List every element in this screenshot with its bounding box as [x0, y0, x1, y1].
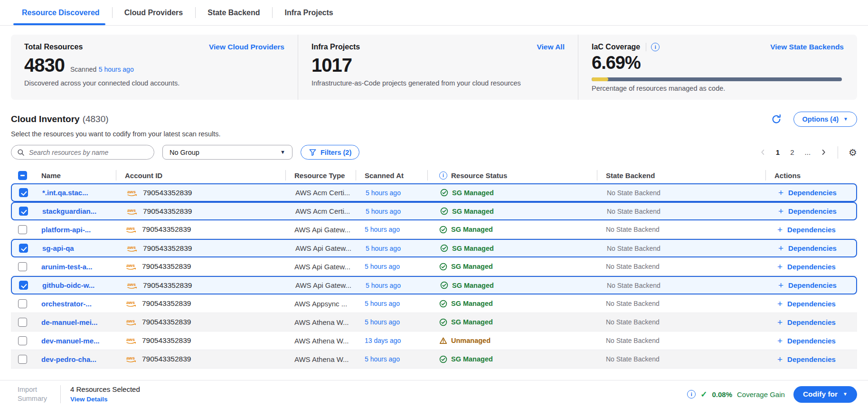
resource-name-link[interactable]: sg-api-qa: [42, 244, 74, 252]
row-checkbox[interactable]: [18, 225, 27, 234]
row-checkbox[interactable]: [18, 355, 27, 364]
infra-projects-desc: Infrastructure-as-Code projects generate…: [311, 79, 565, 87]
state-backend: No State Backend: [598, 282, 767, 289]
column-header-account-id[interactable]: Account ID: [116, 170, 286, 180]
add-dependencies-button[interactable]: + Dependencies: [766, 355, 857, 364]
footer-bar: Import Summary 4 Resources Selected View…: [0, 380, 868, 408]
view-details-link[interactable]: View Details: [70, 396, 108, 403]
table-row[interactable]: arunim-test-a... aws 790543352839 AWS Ap…: [11, 257, 857, 276]
plus-icon: +: [777, 262, 783, 271]
add-dependencies-button[interactable]: + Dependencies: [767, 281, 858, 290]
status-managed-icon: [439, 263, 447, 271]
add-dependencies-button[interactable]: + Dependencies: [766, 336, 857, 345]
resource-name-link[interactable]: stackguardian...: [42, 207, 96, 215]
coverage-gain: i ✓ 0.08% Coverage Gain: [687, 389, 785, 399]
row-checkbox[interactable]: [19, 281, 28, 290]
next-page-icon[interactable]: [820, 149, 827, 156]
search-input[interactable]: [29, 149, 148, 156]
scanned-at-link[interactable]: 5 hours ago: [366, 282, 401, 289]
tab-resource-discovered[interactable]: Resource Discovered: [9, 0, 112, 25]
row-checkbox[interactable]: [18, 262, 27, 271]
scanned-time-link[interactable]: 5 hours ago: [99, 66, 134, 73]
column-header-scanned-at[interactable]: Scanned At: [356, 170, 428, 180]
status-info-icon[interactable]: i: [439, 171, 447, 180]
table-row[interactable]: dev-pedro-cha... aws 790543352839 AWS At…: [11, 350, 857, 369]
view-all-link[interactable]: View All: [537, 43, 565, 51]
svg-text:aws: aws: [126, 337, 135, 342]
row-checkbox[interactable]: [19, 244, 28, 253]
resource-name-link[interactable]: dev-pedro-cha...: [41, 355, 96, 363]
scanned-at-link[interactable]: 5 hours ago: [365, 263, 400, 270]
refresh-icon[interactable]: [771, 114, 782, 125]
resource-status: SG Managed: [428, 226, 597, 234]
account-id: 790543352839: [143, 244, 192, 253]
options-button[interactable]: Options (4) ▼: [793, 112, 857, 127]
scanned-at-link[interactable]: 5 hours ago: [366, 189, 401, 197]
prev-page-icon[interactable]: [759, 149, 766, 156]
view-cloud-providers-link[interactable]: View Cloud Providers: [209, 43, 284, 51]
scanned-at-link[interactable]: 5 hours ago: [365, 226, 400, 233]
table-row[interactable]: orchestrator-... aws 790543352839 AWS Ap…: [11, 294, 857, 313]
search-icon: [17, 149, 25, 156]
column-header-state-backend[interactable]: State Backend: [597, 170, 766, 180]
page-1[interactable]: 1: [776, 148, 780, 156]
resource-name-link[interactable]: platform-api-...: [41, 226, 91, 234]
resource-name-link[interactable]: arunim-test-a...: [41, 263, 93, 271]
add-dependencies-button[interactable]: + Dependencies: [767, 188, 858, 197]
filters-button[interactable]: Filters (2): [301, 145, 359, 160]
status-text: SG Managed: [451, 300, 493, 307]
dependencies-label: Dependencies: [787, 337, 836, 345]
scanned-at-link[interactable]: 5 hours ago: [365, 355, 400, 363]
resource-name-link[interactable]: orchestrator-...: [41, 300, 92, 308]
row-checkbox[interactable]: [18, 336, 27, 345]
view-state-backends-link[interactable]: View State Backends: [770, 43, 844, 51]
resource-name-link[interactable]: github-oidc-w...: [42, 281, 94, 289]
column-header-name[interactable]: Name: [34, 170, 116, 180]
status-text: SG Managed: [451, 318, 493, 326]
dependencies-label: Dependencies: [788, 281, 837, 289]
add-dependencies-button[interactable]: + Dependencies: [766, 318, 857, 327]
gain-info-icon[interactable]: i: [687, 390, 696, 399]
svg-text:aws: aws: [126, 355, 135, 361]
resource-type: AWS Api Gatew...: [286, 226, 356, 234]
row-checkbox[interactable]: [19, 207, 28, 216]
group-select[interactable]: No Group ▼: [162, 145, 292, 160]
table-row[interactable]: sg-api-qa aws 790543352839 AWS Api Gatew…: [11, 239, 857, 257]
tab-state-backend[interactable]: State Backend: [195, 0, 272, 25]
table-row[interactable]: stackguardian... aws 790543352839 AWS Ac…: [11, 202, 857, 220]
column-header-resource-status[interactable]: i Resource Status: [428, 170, 597, 180]
scanned-at-link[interactable]: 5 hours ago: [365, 318, 400, 326]
codify-button[interactable]: Codify for ▼: [793, 386, 857, 403]
add-dependencies-button[interactable]: + Dependencies: [767, 244, 858, 253]
row-checkbox[interactable]: [18, 318, 27, 327]
table-row[interactable]: de-manuel-mei... aws 790543352839 AWS At…: [11, 313, 857, 332]
resource-name-link[interactable]: de-manuel-mei...: [41, 318, 97, 326]
column-header-resource-type[interactable]: Resource Type: [286, 170, 356, 180]
tab-infra-projects[interactable]: Infra Projects: [272, 0, 345, 25]
state-backend: No State Backend: [597, 318, 766, 326]
select-all-checkbox[interactable]: [18, 171, 27, 180]
scanned-at-link[interactable]: 13 days ago: [365, 337, 401, 344]
page-...[interactable]: ...: [805, 148, 811, 156]
svg-text:aws: aws: [126, 226, 135, 231]
scanned-at-link[interactable]: 5 hours ago: [366, 245, 401, 252]
scanned-at-link[interactable]: 5 hours ago: [365, 300, 400, 307]
search-box[interactable]: [11, 145, 154, 160]
table-row[interactable]: platform-api-... aws 790543352839 AWS Ap…: [11, 220, 857, 239]
add-dependencies-button[interactable]: + Dependencies: [766, 299, 857, 308]
row-checkbox[interactable]: [19, 188, 28, 197]
add-dependencies-button[interactable]: + Dependencies: [766, 262, 857, 271]
gear-icon[interactable]: ⚙: [849, 148, 857, 157]
tab-cloud-providers[interactable]: Cloud Providers: [112, 0, 196, 25]
table-row[interactable]: github-oidc-w... aws 790543352839 AWS Ap…: [11, 276, 857, 294]
table-row[interactable]: dev-manuel-me... aws 790543352839 AWS At…: [11, 332, 857, 350]
add-dependencies-button[interactable]: + Dependencies: [766, 225, 857, 234]
page-2[interactable]: 2: [790, 148, 794, 156]
table-row[interactable]: *.int.qa.stac... aws 790543352839 AWS Ac…: [11, 183, 857, 202]
add-dependencies-button[interactable]: + Dependencies: [767, 207, 858, 216]
row-checkbox[interactable]: [18, 299, 27, 308]
resource-name-link[interactable]: dev-manuel-me...: [41, 337, 100, 345]
coverage-info-icon[interactable]: i: [651, 43, 660, 51]
resource-name-link[interactable]: *.int.qa.stac...: [42, 189, 88, 197]
scanned-at-link[interactable]: 5 hours ago: [366, 208, 401, 215]
